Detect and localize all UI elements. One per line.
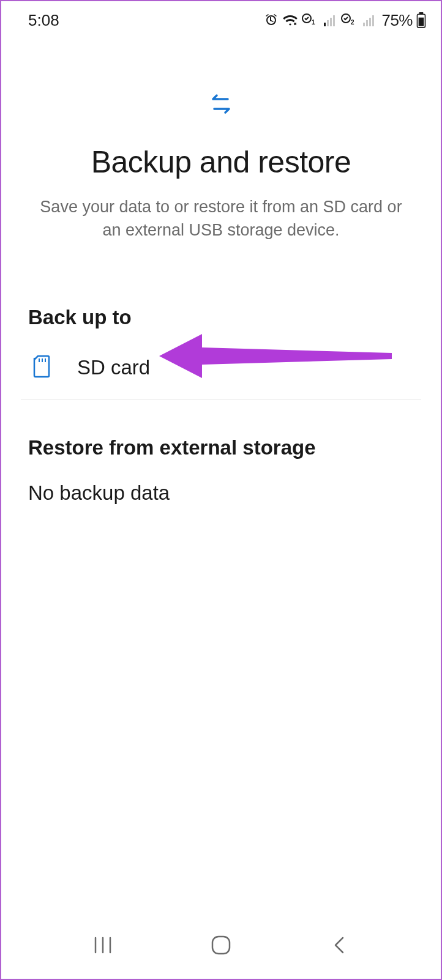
hero-section: Backup and restore Save your data to or … <box>1 32 441 242</box>
navigation-bar <box>1 918 441 979</box>
backup-section: Back up to SD card <box>1 306 441 399</box>
backup-section-header: Back up to <box>28 306 414 329</box>
transfer-icon <box>208 91 234 120</box>
svg-rect-5 <box>333 15 335 26</box>
svg-rect-10 <box>369 18 371 26</box>
status-bar: 5:08 1 2 75% <box>1 1 441 32</box>
svg-rect-22 <box>212 937 230 954</box>
signal2-icon <box>363 14 376 26</box>
sd-card-label: SD card <box>77 356 150 379</box>
wifi-icon <box>282 13 298 27</box>
svg-rect-14 <box>419 18 424 26</box>
svg-text:1: 1 <box>312 19 315 26</box>
signal1-icon <box>324 14 337 26</box>
page-title: Backup and restore <box>26 144 416 180</box>
volte2-icon: 2 <box>341 13 359 27</box>
page-subtitle: Save your data to or restore it from an … <box>26 196 416 242</box>
status-icons: 1 2 75% <box>264 11 426 30</box>
sd-card-icon <box>32 355 51 380</box>
battery-icon <box>416 12 426 28</box>
svg-rect-3 <box>327 20 329 26</box>
battery-percentage: 75% <box>381 11 413 30</box>
status-time: 5:08 <box>28 11 59 30</box>
volte1-icon: 1 <box>302 13 320 27</box>
svg-rect-8 <box>363 23 365 26</box>
alarm-icon <box>264 13 279 28</box>
home-button[interactable] <box>197 927 245 963</box>
restore-section: Restore from external storage No backup … <box>1 436 441 505</box>
back-button[interactable] <box>315 927 364 963</box>
svg-rect-11 <box>372 15 374 26</box>
restore-empty-text: No backup data <box>28 481 414 505</box>
restore-section-header: Restore from external storage <box>28 436 414 459</box>
sd-card-item[interactable]: SD card <box>28 351 414 399</box>
svg-rect-9 <box>366 20 368 26</box>
svg-rect-4 <box>330 18 332 26</box>
recents-button[interactable] <box>78 927 127 963</box>
svg-text:2: 2 <box>351 19 354 26</box>
svg-rect-2 <box>324 23 326 26</box>
divider <box>21 399 421 399</box>
